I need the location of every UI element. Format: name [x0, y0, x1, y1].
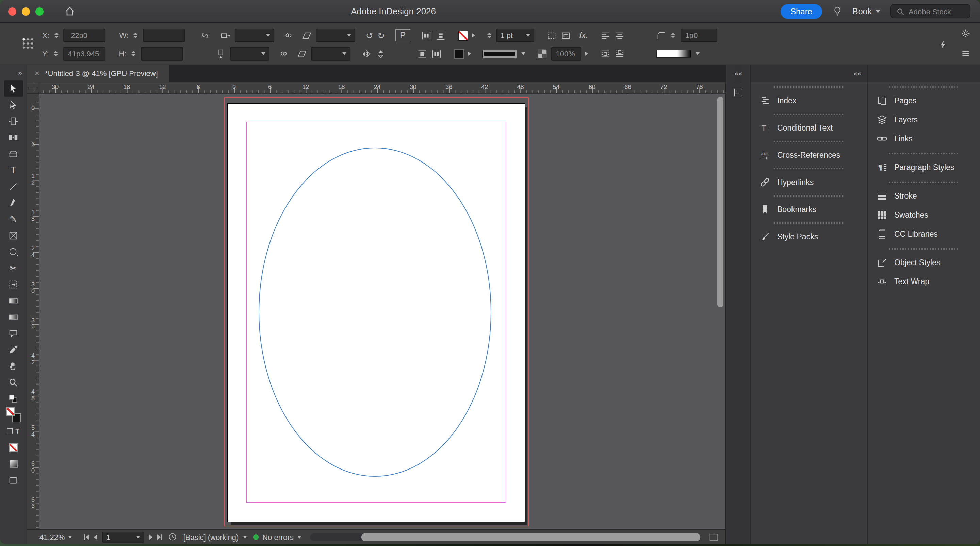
panel-tab-style-packs[interactable]: Style Packs [751, 228, 867, 246]
rectangle-frame-tool[interactable] [4, 227, 23, 243]
panel-grip[interactable] [751, 110, 867, 119]
constrain-scale-icon-2[interactable] [279, 49, 288, 59]
horizontal-scrollbar[interactable] [311, 533, 700, 541]
shear-dropdown[interactable] [315, 29, 355, 42]
next-page-button[interactable] [149, 534, 153, 540]
corner-radius-stepper[interactable] [670, 33, 676, 38]
scrollbar-thumb[interactable] [361, 533, 700, 541]
collapsed-panel-button[interactable] [733, 87, 743, 98]
panel-tab-swatches[interactable]: Swatches [868, 206, 980, 224]
vertical-ruler[interactable]: 0612182430364248546066 [27, 94, 40, 529]
stroke-weight-stepper[interactable] [486, 33, 492, 38]
rotation-dropdown[interactable] [311, 47, 350, 60]
fill-stroke-proxy[interactable] [4, 406, 23, 423]
vertical-scrollbar[interactable] [717, 97, 724, 307]
h-field[interactable] [141, 47, 183, 60]
line-tool[interactable] [4, 178, 23, 194]
distribute-horizontal-icon[interactable] [421, 30, 431, 40]
maximize-window-button[interactable] [35, 7, 43, 15]
w-stepper[interactable] [132, 33, 138, 38]
document-page[interactable] [228, 104, 525, 522]
share-button[interactable]: Share [781, 4, 822, 19]
scale-x-dropdown[interactable] [234, 29, 274, 42]
horizontal-ruler[interactable]: 30241812606121824303642485460667278 [40, 82, 725, 94]
page-adornment[interactable]: P [396, 29, 410, 41]
gradient-swatch-tool[interactable] [4, 292, 23, 309]
page-number-input[interactable] [106, 533, 129, 541]
text-wrap-icon[interactable] [600, 49, 611, 59]
frame-fitting-icon[interactable] [546, 30, 557, 40]
w-field[interactable] [143, 29, 185, 42]
split-view-icon[interactable] [709, 532, 719, 541]
panel-grip[interactable] [868, 244, 980, 254]
first-page-button[interactable] [84, 534, 89, 540]
panel-grip[interactable] [868, 178, 980, 187]
h-stepper[interactable] [130, 51, 137, 57]
preflight-status-dropdown[interactable]: No errors [253, 533, 302, 541]
lightbulb-icon[interactable] [832, 6, 842, 16]
ellipse-shape[interactable] [259, 148, 492, 477]
fill-color-swatch[interactable] [458, 30, 468, 40]
minimize-window-button[interactable] [22, 7, 30, 15]
type-tool[interactable]: T [4, 162, 23, 178]
scale-y-dropdown[interactable] [230, 47, 269, 60]
panel-grip[interactable] [751, 164, 867, 173]
preflight-icon[interactable] [169, 532, 177, 541]
selection-tool[interactable] [4, 80, 23, 97]
scissors-tool[interactable]: ✂ [4, 260, 23, 276]
text-wrap-icon-2[interactable] [614, 49, 625, 59]
gradient-swatch-bar[interactable] [656, 50, 692, 58]
ruler-origin[interactable] [27, 82, 40, 94]
gear-icon[interactable] [961, 29, 970, 38]
reference-point-proxy[interactable] [22, 37, 34, 50]
h-input[interactable] [146, 50, 178, 58]
expand-opacity-icon[interactable] [585, 52, 588, 56]
collapse-tools-icon[interactable]: » [18, 68, 22, 77]
y-input[interactable] [68, 50, 101, 58]
corner-radius-field[interactable] [681, 29, 717, 42]
x-stepper[interactable] [53, 33, 60, 38]
pencil-tool[interactable]: ✎ [4, 211, 23, 227]
panel-menu-icon[interactable] [961, 49, 970, 59]
panel-tab-pages[interactable]: Pages [868, 92, 980, 110]
content-collector-tool[interactable] [4, 146, 23, 162]
panel-tab-stroke[interactable]: Stroke [868, 187, 980, 205]
free-transform-tool[interactable] [4, 276, 23, 292]
x-field[interactable] [64, 29, 106, 42]
w-input[interactable] [147, 31, 180, 40]
constrain-dimensions-icon[interactable] [200, 30, 209, 40]
panel-grip[interactable] [751, 82, 867, 92]
gap-tool[interactable] [4, 129, 23, 146]
book-dropdown[interactable]: Book [853, 6, 880, 16]
previous-page-button[interactable] [94, 534, 97, 540]
panel-grip[interactable] [868, 82, 980, 92]
page-tool[interactable] [4, 113, 23, 129]
direct-selection-tool[interactable] [4, 97, 23, 113]
text-align-icon[interactable] [600, 30, 611, 40]
expand-stroke-icon[interactable] [468, 52, 471, 56]
stroke-weight-dropdown[interactable]: 1 pt [496, 29, 534, 42]
panel-tab-cc-libraries[interactable]: CC Libraries [868, 225, 980, 243]
apply-none[interactable] [4, 439, 23, 456]
rotate-ccw-icon[interactable]: ↺ [366, 31, 373, 40]
panel-grip[interactable] [751, 218, 867, 228]
panel-tab-links[interactable]: Links [868, 130, 980, 148]
flip-vertical-icon[interactable] [375, 49, 386, 59]
distribute-vertical-icon-2[interactable] [417, 49, 427, 59]
default-fill-stroke[interactable] [4, 390, 23, 406]
formatting-toggles[interactable]: T [4, 423, 23, 439]
panel-tab-conditional-text[interactable]: T Conditional Text [751, 119, 867, 136]
distribute-horizontal-icon-2[interactable] [431, 49, 442, 59]
panel-tab-cross-references[interactable]: abc Cross-References [751, 146, 867, 164]
panel-grip[interactable] [751, 191, 867, 201]
home-icon[interactable] [64, 5, 76, 17]
note-tool[interactable] [4, 325, 23, 341]
gradient-feather-tool[interactable] [4, 309, 23, 325]
gradient-dropdown-icon[interactable] [695, 52, 700, 55]
rotate-cw-icon[interactable]: ↻ [377, 31, 385, 40]
quick-apply-icon[interactable] [939, 40, 947, 50]
frame-options-icon[interactable] [561, 30, 571, 40]
zoom-level-dropdown[interactable]: 41.22% [40, 533, 73, 541]
collapse-dock-button[interactable]: «« [751, 65, 867, 82]
stroke-style-preview[interactable] [482, 49, 517, 58]
